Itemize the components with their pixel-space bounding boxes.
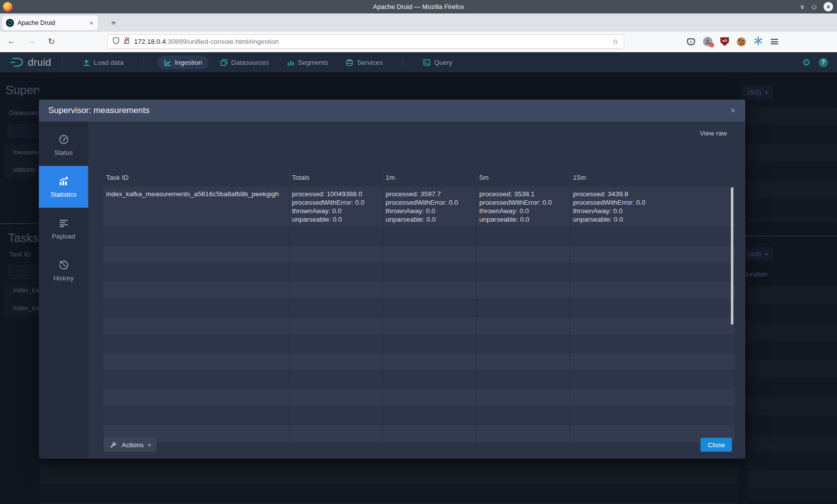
stats-table-empty-cell [570, 263, 734, 281]
history-clock-icon [58, 259, 69, 270]
nav-item-label: Services [357, 59, 383, 66]
stats-table-empty-row [104, 317, 734, 335]
nav-item-services[interactable]: Services [339, 56, 389, 69]
stats-table-empty-row [104, 335, 734, 353]
url-path: :30899/unified-console.html#ingestion [166, 38, 279, 45]
stats-table-empty-cell [570, 228, 734, 245]
nav-divider [143, 57, 144, 67]
column-header-totals[interactable]: Totals [289, 169, 383, 186]
druid-logo[interactable]: druid [10, 56, 51, 68]
nav-item-label: Query [434, 59, 452, 66]
ingestion-icon [164, 59, 171, 66]
url-text[interactable]: 172.18.0.4:30899/unified-console.html#in… [134, 38, 608, 45]
actions-button[interactable]: Actions ▾ [104, 438, 156, 452]
cookie-icon[interactable] [737, 37, 746, 46]
pocket-icon[interactable]: ∨ [687, 38, 695, 45]
stats-table-empty-cell [104, 299, 289, 317]
caret-down-icon: ▾ [765, 90, 768, 95]
window-close-button[interactable]: × [824, 2, 833, 11]
extension-asterisk-icon[interactable] [754, 36, 763, 47]
back-button[interactable]: ← [5, 35, 18, 48]
tab-history[interactable]: History [39, 250, 88, 291]
column-header-15m[interactable]: 15m [570, 169, 734, 186]
new-tab-button[interactable]: + [107, 15, 121, 30]
window-title: Apache Druid — Mozilla Firefox [0, 3, 837, 10]
stats-table-empty-cell [383, 335, 477, 353]
nav-item-segments[interactable]: Segments [280, 56, 335, 69]
stats-table-empty-cell [104, 371, 289, 388]
tab-payload[interactable]: Payload [39, 208, 88, 250]
window-maximize-button[interactable]: ◇ [812, 3, 817, 10]
browser-tab[interactable]: Apache Druid × [2, 15, 98, 30]
druid-header-bar: druid Load data Ingestion Datasources Se… [0, 52, 837, 72]
task-id-column-header: Task ID [9, 251, 39, 258]
stats-table-empty-cell [383, 407, 477, 424]
stats-table-empty-cell [289, 317, 383, 335]
caret-down-icon: ▾ [765, 252, 768, 257]
tab-statistics[interactable]: Statistics [39, 166, 88, 208]
stats-table-empty-cell [289, 246, 383, 263]
stats-table-empty-cell [289, 299, 383, 317]
cell-task-id: index_kafka_measurements_a5616c5ba8afb8b… [104, 186, 289, 227]
column-header-5m[interactable]: 5m [477, 169, 570, 186]
task-id-filter-input[interactable] [8, 265, 39, 279]
stats-table-empty-cell [383, 281, 477, 299]
stats-table-empty-cell [383, 263, 477, 281]
insecure-lock-icon[interactable] [124, 37, 130, 46]
section-divider [0, 223, 39, 224]
nav-item-load-data[interactable]: Load data [76, 56, 130, 69]
bookmark-star-icon[interactable]: ☆ [612, 37, 619, 46]
tasks-count: (9/9) [748, 251, 761, 258]
ublock-shield-icon[interactable]: uO [720, 37, 729, 46]
task-row[interactable]: index_kafk [4, 299, 39, 316]
cell-15m: processed: 3439.8 processedWithError: 0.… [570, 186, 734, 227]
close-button[interactable]: Close [700, 438, 732, 452]
extension-account-icon[interactable]: x [703, 37, 712, 46]
shield-icon[interactable] [113, 37, 120, 46]
stats-table-empty-cell [383, 371, 477, 388]
help-icon[interactable]: ? [819, 58, 828, 67]
settings-gear-icon[interactable]: ⚙ [802, 57, 811, 68]
tab-label: Statistics [50, 191, 76, 198]
stats-table-empty-cell [289, 389, 383, 406]
tasks-count-button[interactable]: (9/9) ▾ [742, 247, 773, 261]
tab-label: Payload [52, 233, 75, 240]
wrench-icon [110, 441, 117, 449]
window-minimize-button[interactable]: ∨ [800, 3, 805, 10]
nav-item-ingestion[interactable]: Ingestion [157, 56, 209, 69]
datasource-filter-input[interactable] [8, 124, 39, 137]
dialog-close-icon[interactable]: × [730, 106, 735, 116]
ingestion-page: Superv Datasourc measurem stations Tasks… [0, 72, 837, 504]
supervisors-count-button[interactable]: (5/5) ▾ [742, 85, 773, 99]
nav-item-query[interactable]: Query [417, 56, 459, 69]
task-row[interactable]: index_kafk [4, 281, 39, 298]
column-header-1m[interactable]: 1m [383, 169, 477, 186]
actions-label: Actions [122, 441, 143, 449]
dialog-header: Supervisor: measurements × [39, 100, 745, 122]
dialog-side-tabs: Status Statistics Payload History [39, 122, 88, 459]
reload-button[interactable]: ↻ [45, 35, 58, 48]
stats-table-empty-cell [104, 246, 289, 263]
chart-icon [58, 176, 69, 187]
supervisor-row[interactable]: measurem [4, 143, 39, 160]
menu-icon[interactable] [771, 39, 778, 44]
stats-table-empty-cell [104, 407, 289, 424]
url-bar[interactable]: 172.18.0.4:30899/unified-console.html#in… [108, 35, 624, 48]
table-scrollbar[interactable] [731, 187, 733, 325]
stats-table-empty-cell [477, 335, 570, 353]
tab-status[interactable]: Status [39, 124, 88, 166]
tab-close-button[interactable]: × [88, 19, 94, 27]
column-header-task-id[interactable]: Task ID [104, 169, 289, 186]
view-raw-link[interactable]: View raw [699, 129, 727, 137]
supervisor-row[interactable]: stations [4, 161, 39, 178]
stats-table-empty-cell [477, 317, 570, 335]
nav-item-label: Segments [298, 59, 328, 66]
stats-table-empty-cell [570, 299, 734, 317]
background-table-stripes [747, 107, 837, 222]
stats-table-empty-cell [104, 389, 289, 406]
stats-table-empty-row [104, 263, 734, 281]
forward-button[interactable]: → [25, 35, 38, 48]
nav-item-datasources[interactable]: Datasources [214, 56, 276, 69]
stats-table-empty-cell [383, 299, 477, 317]
stats-table-row[interactable]: index_kafka_measurements_a5616c5ba8afb8b… [104, 186, 734, 228]
